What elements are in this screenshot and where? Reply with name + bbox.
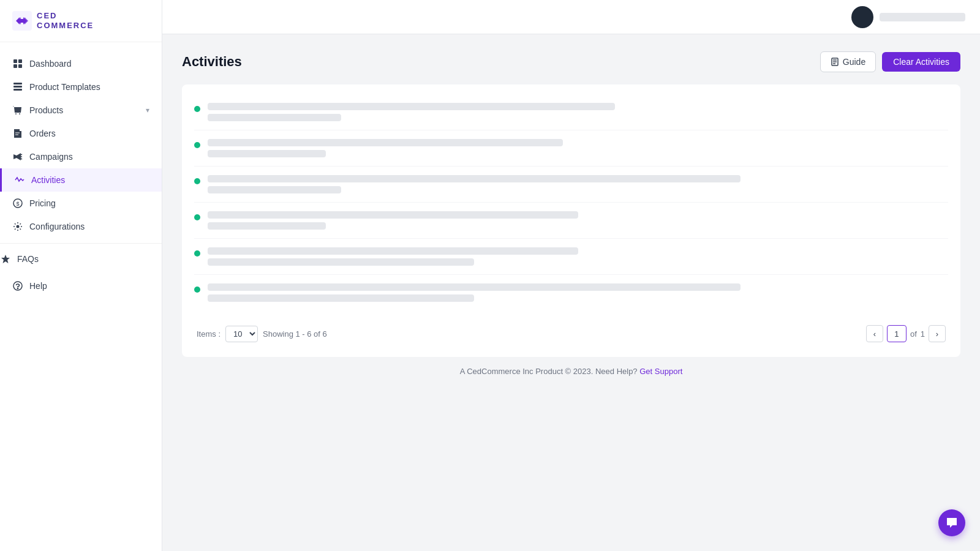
activity-dot [194,142,200,148]
svg-rect-3 [13,64,17,68]
activity-item [194,239,948,275]
svg-line-15 [21,154,22,155]
activity-item [194,275,948,310]
activities-icon [14,174,25,186]
activity-content [208,139,948,157]
current-page-input[interactable] [887,325,907,342]
activity-item [194,167,948,203]
pagination-left: Items : 10 20 50 Showing 1 - 6 of 6 [197,326,327,342]
svg-rect-2 [18,59,22,63]
campaigns-icon [12,151,23,162]
svg-rect-6 [13,86,22,88]
activity-line1 [208,247,578,255]
activities-label: Activities [31,175,149,185]
products-chevron-icon: ▾ [146,106,149,114]
sidebar-nav: Dashboard Product Templates [0,42,162,551]
activity-content [208,283,948,302]
activity-line2 [208,186,341,193]
product-templates-icon [12,81,23,92]
activity-dot [194,214,200,220]
activity-line1 [208,175,741,182]
sidebar-item-campaigns[interactable]: Campaigns [0,145,162,168]
help-icon [12,280,23,291]
activity-line2 [208,294,474,302]
brand-line2: COMMERCE [37,21,94,31]
activity-content [208,211,948,230]
footer-text: A CedCommerce Inc Product © 2023. Need H… [460,367,638,376]
activity-line2 [208,150,326,157]
activity-item [194,130,948,167]
activity-content [208,247,948,266]
sidebar-item-orders[interactable]: Orders [0,122,162,145]
sidebar-item-faqs[interactable]: FAQs [0,249,162,274]
sidebar-item-pricing[interactable]: $ Pricing [0,192,162,215]
activity-line2 [208,222,326,230]
activity-line1 [208,211,578,219]
faqs-icon [0,253,11,264]
page-title: Activities [182,54,242,70]
main-wrapper: Activities Guide Clear Activities [162,0,980,551]
activity-dot [194,178,200,184]
chat-icon [946,517,958,529]
sidebar-item-products[interactable]: Products ▾ [0,99,162,122]
help-label: Help [29,281,149,291]
page-header: Activities Guide Clear Activities [182,51,960,72]
sidebar: CED COMMERCE Dashboard [0,0,162,551]
activity-item [194,94,948,130]
products-icon [12,105,23,116]
sidebar-divider [0,243,162,244]
guide-icon [831,58,839,66]
items-per-page-select[interactable]: 10 20 50 [225,326,258,342]
clear-activities-button[interactable]: Clear Activities [882,52,960,72]
chat-button[interactable] [938,509,965,536]
next-page-button[interactable]: › [929,325,946,342]
sidebar-item-help[interactable]: Help [0,274,162,298]
activity-line1 [208,283,741,291]
campaigns-label: Campaigns [29,152,149,162]
activity-line1 [208,103,615,110]
sidebar-item-product-templates[interactable]: Product Templates [0,75,162,99]
activity-line2 [208,114,341,121]
ced-commerce-logo-icon [12,11,32,31]
activity-content [208,175,948,193]
svg-rect-4 [18,64,22,68]
footer: A CedCommerce Inc Product © 2023. Need H… [182,357,960,386]
topbar-user [851,6,965,28]
svg-rect-5 [13,83,22,84]
sidebar-item-dashboard[interactable]: Dashboard [0,52,162,75]
sidebar-item-activities[interactable]: Activities [0,168,162,192]
activity-line2 [208,258,474,266]
dashboard-icon [12,58,23,69]
pagination-bar: Items : 10 20 50 Showing 1 - 6 of 6 ‹ of… [194,320,948,347]
svg-marker-12 [13,154,17,159]
guide-label: Guide [843,57,865,67]
svg-text:$: $ [17,201,20,207]
svg-point-9 [19,113,20,114]
brand-name: CED COMMERCE [37,11,94,30]
sidebar-item-configurations[interactable]: Configurations [0,215,162,238]
activity-item [194,203,948,239]
svg-rect-7 [13,89,22,91]
orders-icon [12,128,23,139]
pricing-label: Pricing [29,198,149,208]
svg-point-8 [15,113,17,114]
activity-content [208,103,948,121]
brand-line1: CED [37,11,94,21]
product-templates-label: Product Templates [29,82,149,92]
svg-marker-20 [1,255,10,263]
faqs-label: FAQs [17,254,162,264]
prev-page-button[interactable]: ‹ [866,325,883,342]
pagination-right: ‹ of 1 › [866,325,946,342]
get-support-link[interactable]: Get Support [639,367,682,376]
header-actions: Guide Clear Activities [820,51,960,72]
svg-point-22 [17,288,18,288]
guide-button[interactable]: Guide [820,51,876,72]
pricing-icon: $ [12,198,23,209]
orders-label: Orders [29,129,149,138]
svg-line-16 [21,159,22,159]
items-label: Items : [197,329,221,339]
activities-card: Items : 10 20 50 Showing 1 - 6 of 6 ‹ of… [182,84,960,357]
activity-dot [194,287,200,293]
sidebar-logo: CED COMMERCE [0,0,162,42]
of-label: of [910,329,917,339]
